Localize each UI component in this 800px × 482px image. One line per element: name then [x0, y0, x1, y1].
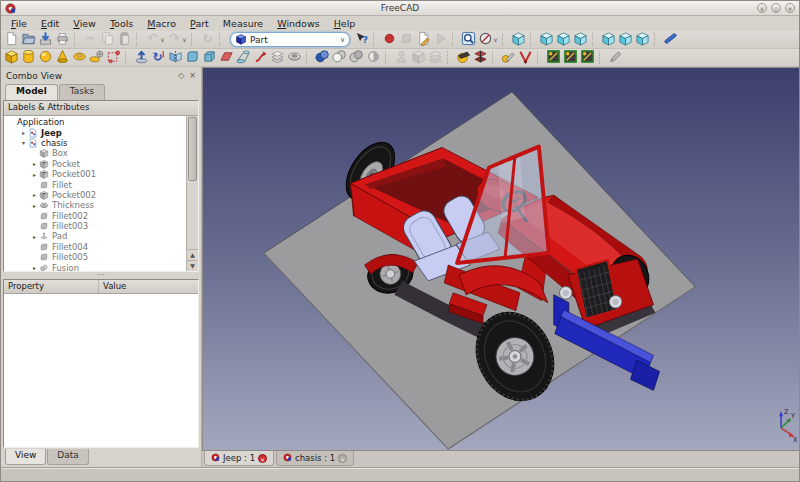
offset-button[interactable] [269, 50, 286, 66]
chamfer-button[interactable] [201, 50, 218, 66]
minimize-button[interactable]: ∨ [757, 3, 767, 13]
ruled-surface-button[interactable] [218, 50, 235, 66]
extrude-button[interactable] [133, 50, 150, 66]
refresh-button[interactable]: ↻ [199, 32, 216, 48]
tree-item-pocket002[interactable]: ▸Pocket002 [4, 190, 186, 200]
tree-expand-icon[interactable]: ▸ [30, 233, 39, 240]
tree-expand-icon[interactable]: ▸ [30, 264, 39, 271]
view-rear-button[interactable] [600, 32, 617, 48]
tree-scrollbar[interactable]: ▲ ▼ [186, 116, 198, 271]
macro-play-button[interactable] [432, 32, 449, 48]
part-box-button[interactable] [3, 50, 20, 66]
new-file-button[interactable] [3, 32, 20, 48]
toggle-measure-3d-button[interactable] [562, 50, 579, 66]
cut-button[interactable]: ✂ [82, 32, 99, 48]
panel-float-icon[interactable]: ◇ [178, 71, 184, 80]
view-axonometric-button[interactable] [510, 32, 527, 48]
document-tab-chasis[interactable]: chasis : 1× [276, 451, 354, 466]
menu-help[interactable]: Help [328, 17, 362, 30]
print-button[interactable] [54, 32, 71, 48]
tree-item-fusion[interactable]: ▸Fusion [4, 262, 186, 271]
tab-data[interactable]: Data [47, 449, 89, 465]
sketch-pencil-button[interactable] [607, 50, 624, 66]
document-tab-jeep[interactable]: Jeep : 1× [204, 451, 274, 466]
draw-style-dropdown-icon[interactable]: ∨ [492, 36, 499, 43]
menu-file[interactable]: File [5, 17, 33, 30]
tree-expand-icon[interactable]: ▸ [30, 202, 39, 209]
measure-linear-button[interactable] [500, 50, 517, 66]
tree-collapse-icon[interactable]: ▾ [19, 139, 28, 146]
view-left-button[interactable] [634, 32, 651, 48]
macro-stop-button[interactable] [398, 32, 415, 48]
tree-item-pad[interactable]: ▸Pad [4, 231, 186, 241]
macro-edit-button[interactable] [415, 32, 432, 48]
part-cylinder-button[interactable] [20, 50, 37, 66]
panel-close-icon[interactable]: × [189, 71, 196, 80]
paste-button[interactable] [116, 32, 133, 48]
menu-tools[interactable]: Tools [104, 17, 139, 30]
boolean-button[interactable] [314, 50, 331, 66]
scroll-up-icon[interactable]: ▲ [187, 249, 198, 260]
menu-view[interactable]: View [67, 17, 102, 30]
toggle-measure-delta-button[interactable] [579, 50, 596, 66]
save-file-button[interactable] [37, 32, 54, 48]
scrollbar-thumb[interactable] [188, 117, 197, 181]
view-front-button[interactable] [538, 32, 555, 48]
open-file-button[interactable] [20, 32, 37, 48]
defeaturing-button[interactable] [410, 50, 427, 66]
workbench-selector[interactable]: Part∨ [230, 32, 350, 47]
view-top-button[interactable] [555, 32, 572, 48]
3d-viewport[interactable]: Z Y X [202, 67, 799, 451]
tab-view[interactable]: View [5, 449, 46, 465]
part-sphere-button[interactable] [37, 50, 54, 66]
tree-item-fillet004[interactable]: Fillet004 [4, 242, 186, 252]
maximize-button[interactable]: ◇ [771, 3, 781, 13]
tree-expand-icon[interactable]: ▸ [30, 191, 39, 198]
tree-expand-icon[interactable]: ▸ [30, 160, 39, 167]
boolean-cut-button[interactable] [331, 50, 348, 66]
tab-model[interactable]: Model [5, 84, 58, 100]
measure-angular-button[interactable] [517, 50, 534, 66]
tree-expand-icon[interactable]: ▸ [19, 129, 28, 136]
measure-refresh-button[interactable] [545, 50, 562, 66]
part-cone-button[interactable] [54, 50, 71, 66]
redo-button[interactable]: ↷ [166, 32, 183, 48]
close-button[interactable]: × [785, 3, 795, 13]
cross-section-button[interactable] [455, 50, 472, 66]
compound-button[interactable] [427, 50, 444, 66]
menu-windows[interactable]: Windows [271, 17, 325, 30]
undo-button[interactable]: ↶ [144, 32, 161, 48]
shape-builder-button[interactable] [105, 50, 122, 66]
tree-expand-icon[interactable]: ▸ [30, 171, 39, 178]
loft-button[interactable] [235, 50, 252, 66]
thickness-button[interactable] [286, 50, 303, 66]
menu-measure[interactable]: Measure [217, 17, 269, 30]
sweep-button[interactable] [252, 50, 269, 66]
copy-button[interactable] [99, 32, 116, 48]
view-right-button[interactable] [572, 32, 589, 48]
fillet-button[interactable] [184, 50, 201, 66]
whats-this-button[interactable]: ? [353, 32, 370, 48]
value-column-header[interactable]: Value [99, 280, 198, 293]
menu-macro[interactable]: Macro [141, 17, 182, 30]
property-column-header[interactable]: Property [4, 280, 99, 293]
tree-item-fillet005[interactable]: Fillet005 [4, 252, 186, 262]
scroll-down-icon[interactable]: ▼ [187, 260, 198, 271]
tree-item-fillet[interactable]: Fillet [4, 179, 186, 189]
tree-item-pocket[interactable]: ▸Pocket [4, 159, 186, 169]
fit-all-button[interactable] [460, 32, 477, 48]
measure-distance-button[interactable] [662, 32, 679, 48]
tab-tasks[interactable]: Tasks [59, 84, 105, 100]
tree-column-header[interactable]: Labels & Attributes [4, 101, 198, 116]
close-icon[interactable]: × [338, 454, 347, 463]
menu-part[interactable]: Part [184, 17, 215, 30]
tree-item-box[interactable]: Box [4, 148, 186, 158]
close-icon[interactable]: × [258, 454, 267, 463]
view-bottom-button[interactable] [617, 32, 634, 48]
tree-item-thickness[interactable]: ▸Thickness [4, 200, 186, 210]
tree-item-chasis[interactable]: ▾chasis [4, 138, 186, 148]
tree-item-pocket001[interactable]: ▸Pocket001 [4, 169, 186, 179]
menu-edit[interactable]: Edit [35, 17, 65, 30]
check-geometry-button[interactable] [393, 50, 410, 66]
mirror-button[interactable] [167, 50, 184, 66]
